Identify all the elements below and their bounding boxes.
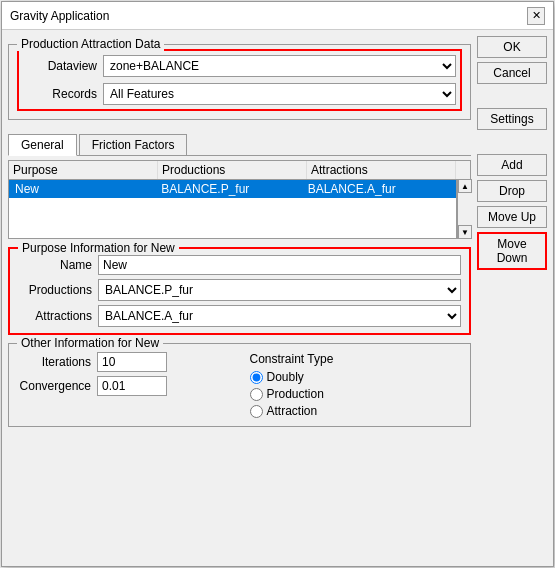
add-button[interactable]: Add	[477, 154, 547, 176]
side-buttons: OK Cancel Settings Add Drop Move Up Move…	[477, 36, 547, 560]
production-section-label: Production Attraction Data	[17, 37, 164, 51]
convergence-input[interactable]	[97, 376, 167, 396]
col-attractions: Attractions	[307, 161, 456, 179]
radio-production-label: Production	[267, 387, 324, 401]
gravity-application-dialog: Gravity Application ✕ Production Attract…	[1, 1, 554, 567]
attractions-select[interactable]: BALANCE.A_fur	[98, 305, 461, 327]
attractions-label: Attractions	[18, 309, 98, 323]
iterations-input[interactable]	[97, 352, 167, 372]
cell-attractions: BALANCE.A_fur	[306, 182, 452, 196]
constraint-type-label: Constraint Type	[250, 352, 463, 366]
cell-purpose: New	[13, 182, 159, 196]
radio-production[interactable]: Production	[250, 387, 463, 401]
tab-bar: General Friction Factors	[8, 134, 471, 156]
table-scrollbar[interactable]: ▲ ▼	[457, 179, 471, 239]
table-row[interactable]: New BALANCE.P_fur BALANCE.A_fur	[9, 180, 456, 198]
close-button[interactable]: ✕	[527, 7, 545, 25]
other-info-box: Other Information for New Iterations Con…	[8, 343, 471, 427]
tab-general[interactable]: General	[8, 134, 77, 156]
iterations-label: Iterations	[17, 355, 97, 369]
table-body: New BALANCE.P_fur BALANCE.A_fur	[8, 179, 457, 239]
radio-attraction[interactable]: Attraction	[250, 404, 463, 418]
name-input[interactable]	[98, 255, 461, 275]
col-purpose: Purpose	[9, 161, 158, 179]
radio-doubly-input[interactable]	[250, 371, 263, 384]
radio-doubly-label: Doubly	[267, 370, 304, 384]
move-down-button[interactable]: Move Down	[477, 232, 547, 270]
radio-production-input[interactable]	[250, 388, 263, 401]
constraint-radio-group: Doubly Production Attraction	[250, 370, 463, 418]
scroll-up-arrow[interactable]: ▲	[458, 179, 472, 193]
records-label: Records	[23, 87, 103, 101]
radio-doubly[interactable]: Doubly	[250, 370, 463, 384]
title-bar: Gravity Application ✕	[2, 2, 553, 30]
dialog-title: Gravity Application	[10, 9, 109, 23]
dataview-label: Dataview	[23, 59, 103, 73]
purpose-info-label: Purpose Information for New	[18, 241, 179, 255]
other-info-right: Constraint Type Doubly Production	[250, 352, 463, 418]
tab-friction-factors[interactable]: Friction Factors	[79, 134, 188, 155]
drop-button[interactable]: Drop	[477, 180, 547, 202]
records-select[interactable]: All Features	[103, 83, 456, 105]
table-header: Purpose Productions Attractions	[8, 160, 471, 179]
radio-attraction-input[interactable]	[250, 405, 263, 418]
productions-select[interactable]: BALANCE.P_fur	[98, 279, 461, 301]
cancel-button[interactable]: Cancel	[477, 62, 547, 84]
dataview-select[interactable]: zone+BALANCE	[103, 55, 456, 77]
productions-label: Productions	[18, 283, 98, 297]
convergence-label: Convergence	[17, 379, 97, 393]
ok-button[interactable]: OK	[477, 36, 547, 58]
other-info-left: Iterations Convergence	[17, 352, 230, 418]
other-info-label: Other Information for New	[17, 336, 163, 350]
scroll-down-arrow[interactable]: ▼	[458, 225, 472, 239]
settings-button[interactable]: Settings	[477, 108, 547, 130]
name-label: Name	[18, 258, 98, 272]
purpose-info-box: Purpose Information for New Name Product…	[8, 247, 471, 335]
move-up-button[interactable]: Move Up	[477, 206, 547, 228]
cell-productions: BALANCE.P_fur	[159, 182, 305, 196]
dataview-section: Dataview zone+BALANCE Records All Featur…	[17, 49, 462, 111]
radio-attraction-label: Attraction	[267, 404, 318, 418]
col-productions: Productions	[158, 161, 307, 179]
